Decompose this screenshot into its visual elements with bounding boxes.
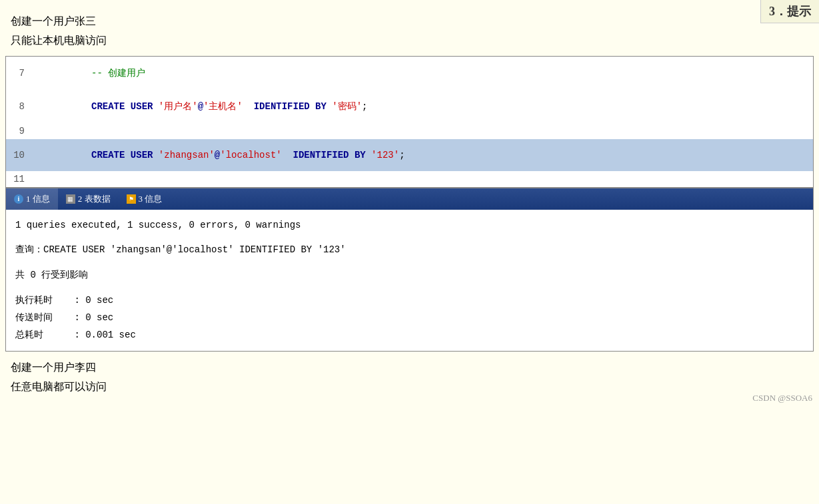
result-total-time: 总耗时 : 0.001 sec xyxy=(15,328,804,344)
results-content: 1 queries executed, 1 success, 0 errors,… xyxy=(6,210,813,352)
line-content-11 xyxy=(33,174,813,184)
kw-at-2: @ xyxy=(215,150,220,160)
code-line-7: 7 -- 创建用户 xyxy=(6,57,813,90)
str-123: '123' xyxy=(371,150,399,160)
bottom-description: 创建一个用户李四 任意电脑都可以访问 xyxy=(0,352,819,403)
transfer-time-value: : 0 sec xyxy=(74,312,113,323)
code-line-10: 10 CREATE USER 'zhangsan'@'localhost' ID… xyxy=(6,139,813,171)
tab-table-label: 2 表数据 xyxy=(78,193,111,205)
page-container: 3．提示 创建一个用户张三 只能让本机电脑访问 7 -- 创建用户 8 CREA… xyxy=(0,0,819,410)
line-number-7: 7 xyxy=(6,68,33,79)
top-description: 创建一个用户张三 只能让本机电脑访问 xyxy=(0,7,819,56)
kw-create-1: CREATE USER xyxy=(91,101,159,112)
tab-table-icon: ▦ xyxy=(66,194,75,204)
code-line-11: 11 xyxy=(6,171,813,187)
str-username: '用户名' xyxy=(159,101,198,112)
csdn-watermark: CSDN @SSOA6 xyxy=(752,393,812,403)
results-tabs: i 1 信息 ▦ 2 表数据 ⚑ 3 信息 xyxy=(6,188,813,210)
bottom-desc-line2: 任意电脑都可以访问 xyxy=(11,378,808,397)
tab-info[interactable]: i 1 信息 xyxy=(6,188,58,210)
tab-table-data[interactable]: ▦ 2 表数据 xyxy=(58,188,119,210)
bottom-desc-line1: 创建一个用户李四 xyxy=(11,358,808,378)
tab-warning-icon: ⚑ xyxy=(127,194,136,204)
tab-messages-label: 3 信息 xyxy=(139,193,163,205)
tab-info-label: 1 信息 xyxy=(26,193,50,205)
result-query-text: 查询：CREATE USER 'zhangsan'@'localhost' ID… xyxy=(15,242,804,258)
kw-identified-2: IDENTIFIED BY xyxy=(282,150,371,160)
kw-create-2: CREATE USER xyxy=(91,150,159,160)
result-transfer-time: 传送时间 : 0 sec xyxy=(15,310,804,326)
tab-info-icon: i xyxy=(14,194,23,204)
line-number-8: 8 xyxy=(6,101,33,112)
str-password: '密码' xyxy=(332,101,362,112)
exec-time-label: 执行耗时 xyxy=(15,293,69,309)
kw-identified-1: IDENTIFIED BY xyxy=(243,101,332,112)
str-localhost: 'localhost' xyxy=(220,150,281,160)
tab-messages[interactable]: ⚑ 3 信息 xyxy=(119,188,171,210)
total-time-label: 总耗时 xyxy=(15,328,69,344)
total-time-value: : 0.001 sec xyxy=(74,330,135,340)
line-number-10: 10 xyxy=(6,150,33,160)
top-desc-line1: 创建一个用户张三 xyxy=(11,12,808,31)
result-rows-affected: 共 0 行受到影响 xyxy=(15,268,804,284)
line-content-9 xyxy=(33,126,813,136)
comment-text: -- 创建用户 xyxy=(91,68,145,79)
code-area: 7 -- 创建用户 8 CREATE USER '用户名'@'主机名' IDEN… xyxy=(6,57,813,187)
result-queries: 1 queries executed, 1 success, 0 errors,… xyxy=(15,218,804,234)
code-line-9: 9 xyxy=(6,123,813,139)
top-right-label: 3．提示 xyxy=(760,0,819,23)
str-zhangsan: 'zhangsan' xyxy=(159,150,215,160)
line-content-10: CREATE USER 'zhangsan'@'localhost' IDENT… xyxy=(33,139,813,171)
code-line-8: 8 CREATE USER '用户名'@'主机名' IDENTIFIED BY … xyxy=(6,90,813,123)
line-number-11: 11 xyxy=(6,174,33,184)
transfer-time-label: 传送时间 xyxy=(15,310,69,326)
str-hostname: '主机名' xyxy=(203,101,243,112)
line-content-7: -- 创建用户 xyxy=(33,57,813,90)
exec-time-value: : 0 sec xyxy=(74,295,113,306)
kw-at-1: @ xyxy=(198,101,203,112)
line-content-8: CREATE USER '用户名'@'主机名' IDENTIFIED BY '密… xyxy=(33,90,813,123)
semicolon-1: ; xyxy=(362,101,367,112)
results-panel: i 1 信息 ▦ 2 表数据 ⚑ 3 信息 1 queries executed… xyxy=(5,188,814,352)
top-desc-line2: 只能让本机电脑访问 xyxy=(11,31,808,51)
result-exec-time: 执行耗时 : 0 sec xyxy=(15,293,804,309)
semicolon-2: ; xyxy=(399,150,405,160)
line-number-9: 9 xyxy=(6,126,33,136)
code-editor: 7 -- 创建用户 8 CREATE USER '用户名'@'主机名' IDEN… xyxy=(5,56,814,188)
